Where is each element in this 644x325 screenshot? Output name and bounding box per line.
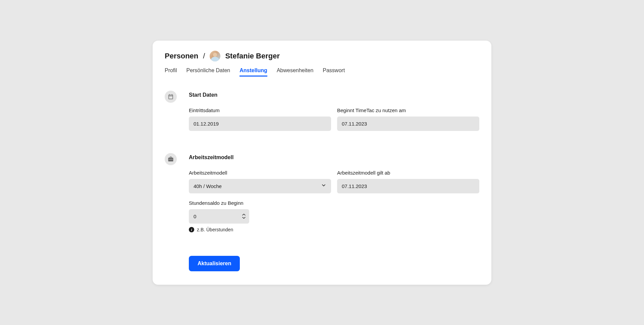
eintrittsdatum-input[interactable] — [189, 117, 331, 131]
tabs: Profil Persönliche Daten Anstellung Abwe… — [165, 67, 479, 77]
label-arbeitszeitmodell: Arbeitszeitmodell — [189, 170, 331, 176]
tab-passwort[interactable]: Passwort — [323, 67, 345, 77]
stundensaldo-helper: i z.B. Überstunden — [189, 227, 249, 232]
label-stundensaldo: Stundensaldo zu Beginn — [189, 200, 249, 206]
tab-profil[interactable]: Profil — [165, 67, 177, 77]
tab-persoenliche-daten[interactable]: Persönliche Daten — [186, 67, 230, 77]
label-eintrittsdatum: Eintrittsdatum — [189, 107, 331, 113]
stepper-arrows-icon[interactable] — [242, 214, 246, 219]
gilt-ab-input[interactable] — [337, 179, 479, 193]
breadcrumb: Personen / Stefanie Berger — [165, 51, 479, 61]
section-arbeitszeitmodell: Arbeitszeitmodell Arbeitszeitmodell Arbe… — [165, 154, 479, 239]
arbeitszeitmodell-select[interactable] — [189, 179, 331, 193]
label-timetac-start: Beginnt TimeTac zu nutzen am — [337, 107, 479, 113]
person-employment-card: Personen / Stefanie Berger Profil Persön… — [153, 41, 491, 285]
section-title-arbeitszeitmodell: Arbeitszeitmodell — [189, 154, 479, 160]
update-button[interactable]: Aktualisieren — [189, 256, 240, 271]
stundensaldo-input[interactable] — [189, 209, 249, 224]
label-gilt-ab: Arbeitszeitmodell gilt ab — [337, 170, 479, 176]
calendar-icon — [165, 91, 177, 103]
timetac-start-input[interactable] — [337, 117, 479, 131]
helper-text: z.B. Überstunden — [197, 227, 233, 232]
tab-anstellung[interactable]: Anstellung — [239, 67, 267, 77]
info-icon: i — [189, 227, 194, 232]
avatar — [210, 51, 220, 61]
section-title-start-daten: Start Daten — [189, 92, 479, 98]
breadcrumb-separator: / — [203, 52, 205, 60]
breadcrumb-person-name: Stefanie Berger — [225, 52, 280, 60]
briefcase-icon — [165, 153, 177, 165]
section-start-daten: Start Daten Eintrittsdatum Beginnt TimeT… — [165, 92, 479, 138]
breadcrumb-root[interactable]: Personen — [165, 52, 198, 60]
tab-abwesenheiten[interactable]: Abwesenheiten — [277, 67, 313, 77]
